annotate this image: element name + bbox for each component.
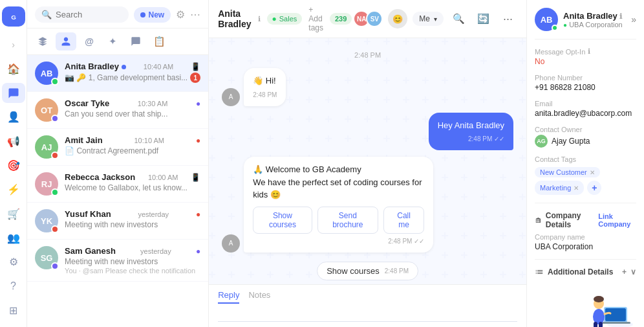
- info-icon[interactable]: ℹ: [619, 12, 622, 20]
- channel-icon: [51, 78, 59, 85]
- avatar: AB: [35, 62, 58, 85]
- message-text: 👋 Hi!: [253, 76, 276, 85]
- wa-icon: ●: [563, 21, 567, 28]
- sidebar-item-chat[interactable]: [2, 83, 25, 103]
- expand-additional-button[interactable]: ∨: [630, 267, 636, 276]
- divider: [535, 203, 636, 203]
- reply-input[interactable]: [218, 309, 517, 322]
- rp-contact-name: Anita Bradley ℹ: [563, 11, 623, 21]
- sidebar-item-campaigns[interactable]: 🎯: [2, 155, 25, 175]
- conv-preview: 📷 🔑 1, Game development basi... 1: [65, 73, 200, 83]
- reload-icon[interactable]: 🔄: [473, 9, 493, 28]
- more-options-icon[interactable]: ⋯: [498, 9, 517, 28]
- channel-icon: [51, 152, 59, 159]
- add-tags-button[interactable]: + Add tags: [308, 5, 323, 32]
- rp-online-indicator: [552, 25, 558, 31]
- message-bubble: 🙏 Welcome to GB AcademyWe have the perfe…: [244, 157, 433, 253]
- conv-body: Anita Bradley 10:40 AM 📱 📷 🔑 1, Game dev…: [65, 62, 200, 83]
- svg-rect-15: [601, 322, 630, 324]
- call-me-button[interactable]: Call me: [383, 207, 424, 234]
- show-courses-button[interactable]: Show courses: [253, 207, 312, 234]
- contact-tags-field: Contact Tags New Customer ✕ Marketing ✕ …: [535, 155, 636, 195]
- company-section: Company Details Link Company Company nam…: [535, 211, 636, 251]
- vi-icon: ●: [196, 247, 200, 256]
- company-name-label: Company name: [535, 233, 636, 241]
- message-opt-in-value: No: [535, 57, 636, 66]
- conversation-list: AB Anita Bradley 10:40 AM 📱 📷 🔑 1, Game …: [27, 55, 208, 327]
- rp-avatar: AB: [535, 8, 558, 31]
- sidebar-item-flows[interactable]: ⚡: [2, 179, 25, 199]
- contact-tags-label: Contact Tags: [535, 155, 636, 163]
- rp-name-block: Anita Bradley ℹ ● UBA Corporation: [563, 11, 623, 28]
- unread-badge: 1: [190, 73, 200, 83]
- me-avatar: 😊: [388, 9, 407, 28]
- send-brochure-button[interactable]: Send brochure: [317, 207, 378, 234]
- search-input[interactable]: [56, 10, 122, 19]
- remove-tag-button[interactable]: ✕: [590, 169, 595, 176]
- conv-top: Rebecca Jackson 10:00 AM 📱: [65, 172, 200, 182]
- conv-preview: 📄 Contract Agreement.pdf: [65, 146, 200, 155]
- conv-tabs: @ ✦ 📋: [27, 28, 208, 55]
- list-item[interactable]: SG Sam Ganesh yesterday ● Meeting with n…: [27, 240, 208, 282]
- tag-new-customer: New Customer ✕: [535, 167, 600, 177]
- tab-layers[interactable]: [32, 32, 53, 51]
- sidebar-item-home[interactable]: 🏠: [2, 59, 25, 79]
- list-item[interactable]: RJ Rebecca Jackson 10:00 AM 📱 Welcome to…: [27, 166, 208, 203]
- sidebar-item-apps[interactable]: ⊞: [2, 300, 25, 321]
- channel-icon: [51, 225, 59, 233]
- conv-top: Anita Bradley 10:40 AM 📱: [65, 62, 200, 71]
- tab-reply[interactable]: Reply: [218, 290, 239, 304]
- conv-preview: Can you send over that ship...: [65, 109, 200, 118]
- logo-icon[interactable]: G: [2, 6, 25, 27]
- conv-name: Sam Ganesh: [65, 246, 116, 256]
- bottom-illustration: [535, 284, 636, 327]
- filter-icon[interactable]: ⚙: [176, 8, 185, 21]
- owner-row: AG Ajay Gupta: [535, 135, 636, 148]
- link-company-button[interactable]: Link Company: [598, 212, 636, 228]
- message-time: 2:48 PM: [253, 90, 277, 100]
- channel-icon: [51, 188, 59, 196]
- list-item[interactable]: OT Oscar Tyke 10:30 AM ● Can you send ov…: [27, 92, 208, 129]
- sidebar-item-contacts[interactable]: 👤: [2, 107, 25, 127]
- sidebar-item-broadcast[interactable]: 📢: [2, 131, 25, 152]
- tab-chat[interactable]: [125, 32, 146, 51]
- list-item[interactable]: AJ Amit Jain 10:10 AM ● 📄 Contract Agree…: [27, 129, 208, 166]
- tab-star[interactable]: ✦: [102, 32, 123, 51]
- message-text: Hey Anita Bradley: [438, 120, 504, 130]
- new-button[interactable]: New: [134, 7, 171, 23]
- info-icon[interactable]: ℹ: [258, 15, 261, 23]
- message-opt-in-label: Message Opt-In ℹ: [535, 47, 636, 56]
- contact-owner-field: Contact Owner AG Ajay Gupta: [535, 126, 636, 148]
- sidebar-item-orders[interactable]: 🛒: [2, 204, 25, 224]
- channel-icon: [51, 262, 59, 270]
- sidebar-item-help[interactable]: ?: [2, 276, 25, 296]
- tab-person[interactable]: [56, 32, 76, 51]
- assigned-to-select[interactable]: Me ▾: [413, 12, 444, 26]
- building-icon: [535, 216, 542, 225]
- sidebar-item-settings[interactable]: ⚙: [2, 252, 25, 272]
- more-icon[interactable]: ⋯: [190, 8, 200, 21]
- list-item[interactable]: AB Anita Bradley 10:40 AM 📱 📷 🔑 1, Game …: [27, 55, 208, 92]
- list-item[interactable]: YK Yusuf Khan yesterday ● Meeting with n…: [27, 203, 208, 240]
- add-tag-button[interactable]: +: [587, 181, 601, 195]
- conv-body: Rebecca Jackson 10:00 AM 📱 Welcome to Ga…: [65, 172, 200, 192]
- channel-icon: [51, 115, 59, 122]
- tag-marketing: Marketing ✕: [535, 181, 584, 195]
- svg-rect-18: [594, 322, 597, 327]
- sidebar-item-team[interactable]: 👥: [2, 228, 25, 248]
- tab-note[interactable]: 📋: [149, 32, 169, 51]
- sender-avatar: A: [222, 88, 240, 106]
- avatar: OT: [35, 98, 58, 122]
- info-icon[interactable]: ℹ: [588, 47, 590, 56]
- reply-input-area: [218, 308, 517, 323]
- search-box[interactable]: 🔍: [35, 6, 129, 23]
- add-additional-button[interactable]: +: [622, 267, 627, 276]
- tab-notes[interactable]: Notes: [248, 290, 270, 304]
- search-messages-button[interactable]: 🔍: [449, 9, 468, 28]
- company-name-value: UBA Corporation: [535, 242, 636, 251]
- expand-icon[interactable]: »: [631, 14, 636, 25]
- sidebar-expand-icon[interactable]: ›: [2, 34, 25, 54]
- avatar: SG: [35, 246, 58, 269]
- remove-tag-button[interactable]: ✕: [574, 185, 579, 192]
- tab-mention[interactable]: @: [79, 32, 100, 51]
